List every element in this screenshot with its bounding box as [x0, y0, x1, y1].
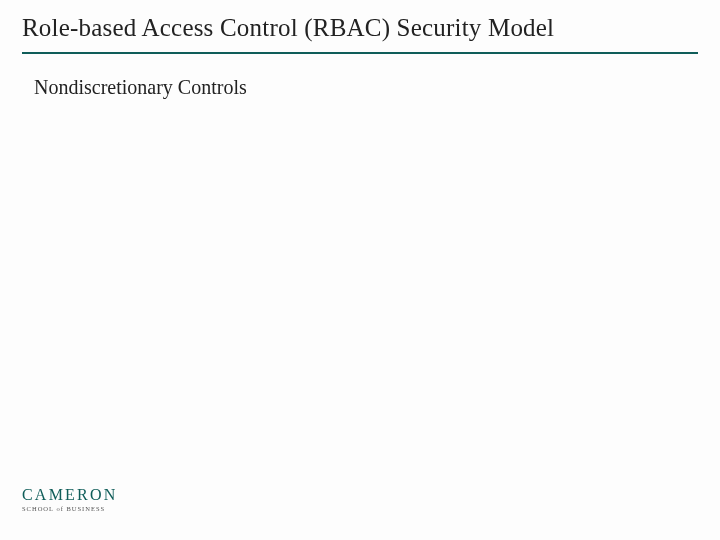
title-underline	[22, 52, 698, 54]
logo-sub-text: SCHOOL of BUSINESS	[22, 505, 117, 512]
title-block: Role-based Access Control (RBAC) Securit…	[22, 14, 698, 54]
slide-title: Role-based Access Control (RBAC) Securit…	[22, 14, 698, 50]
logo-main-text: CAMERON	[22, 486, 117, 504]
slide-body-text: Nondiscretionary Controls	[34, 76, 247, 99]
slide: Role-based Access Control (RBAC) Securit…	[0, 0, 720, 540]
footer-logo: CAMERON SCHOOL of BUSINESS	[22, 486, 117, 512]
